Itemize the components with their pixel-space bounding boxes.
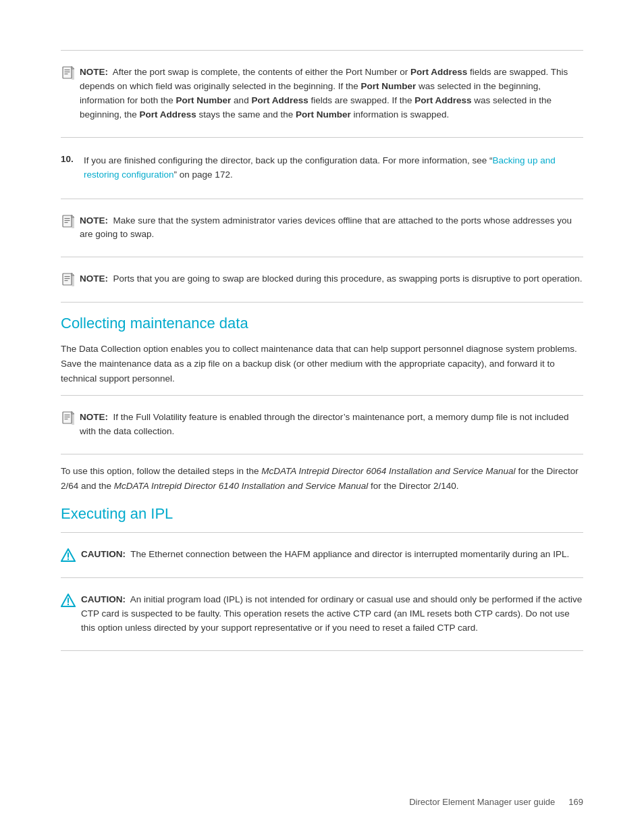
svg-marker-23 bbox=[72, 411, 74, 414]
note-icon-3 bbox=[61, 272, 76, 287]
section-collecting-body: The Data Collection option enables you t… bbox=[61, 342, 583, 386]
note-block-1: NOTE: After the port swap is complete, t… bbox=[61, 60, 583, 128]
backing-up-link[interactable]: Backing up and restoring configuration bbox=[84, 155, 556, 180]
note-3-text: NOTE: Ports that you are going to swap a… bbox=[80, 272, 582, 286]
divider-5 bbox=[61, 302, 583, 303]
section-collecting-title: Collecting maintenance data bbox=[61, 315, 583, 332]
caution-block-1: CAUTION: The Ethernet connection between… bbox=[61, 542, 583, 568]
svg-rect-12 bbox=[63, 273, 72, 285]
note-block-2: NOTE: Make sure that the system administ… bbox=[61, 209, 583, 248]
divider-2 bbox=[61, 137, 583, 138]
step-10: 10. If you are finished configuring the … bbox=[61, 147, 583, 189]
footer-page-number: 169 bbox=[568, 797, 583, 807]
footer: Director Element Manager user guide 169 bbox=[409, 797, 583, 807]
section-ipl-title: Executing an IPL bbox=[61, 505, 583, 523]
svg-rect-18 bbox=[63, 412, 72, 423]
divider-3 bbox=[61, 199, 583, 199]
caution-icon-2 bbox=[61, 593, 76, 608]
note-icon-2 bbox=[61, 214, 76, 229]
svg-marker-5 bbox=[72, 66, 74, 69]
note-4-text: NOTE: If the Full Volatility feature is … bbox=[80, 411, 583, 439]
note-icon-1 bbox=[61, 66, 76, 80]
svg-point-29 bbox=[68, 604, 69, 605]
divider-9 bbox=[61, 577, 583, 578]
svg-rect-6 bbox=[63, 215, 72, 227]
page: NOTE: After the port swap is complete, t… bbox=[0, 0, 644, 834]
note-2-text: NOTE: Make sure that the system administ… bbox=[80, 214, 583, 242]
svg-point-26 bbox=[68, 558, 69, 560]
top-divider bbox=[61, 50, 583, 51]
divider-8 bbox=[61, 532, 583, 533]
caution-block-2: CAUTION: An initial program load (IPL) i… bbox=[61, 588, 583, 641]
note-1-text: NOTE: After the port swap is complete, t… bbox=[80, 66, 583, 122]
note-block-4: NOTE: If the Full Volatility feature is … bbox=[61, 405, 583, 444]
manual-reference: To use this option, follow the detailed … bbox=[61, 464, 583, 493]
step-10-text: If you are finished configuring the dire… bbox=[84, 154, 583, 182]
note-icon-4 bbox=[61, 411, 76, 425]
caution-1-text: CAUTION: The Ethernet connection between… bbox=[81, 548, 569, 562]
divider-6 bbox=[61, 395, 583, 396]
divider-10 bbox=[61, 650, 583, 651]
footer-label: Director Element Manager user guide bbox=[409, 797, 555, 807]
note-block-3: NOTE: Ports that you are going to swap a… bbox=[61, 267, 583, 292]
divider-4 bbox=[61, 257, 583, 257]
divider-7 bbox=[61, 454, 583, 454]
svg-marker-11 bbox=[72, 215, 74, 217]
svg-rect-0 bbox=[63, 67, 72, 78]
caution-2-text: CAUTION: An initial program load (IPL) i… bbox=[81, 593, 583, 635]
caution-icon-1 bbox=[61, 548, 76, 563]
svg-marker-17 bbox=[72, 273, 74, 276]
